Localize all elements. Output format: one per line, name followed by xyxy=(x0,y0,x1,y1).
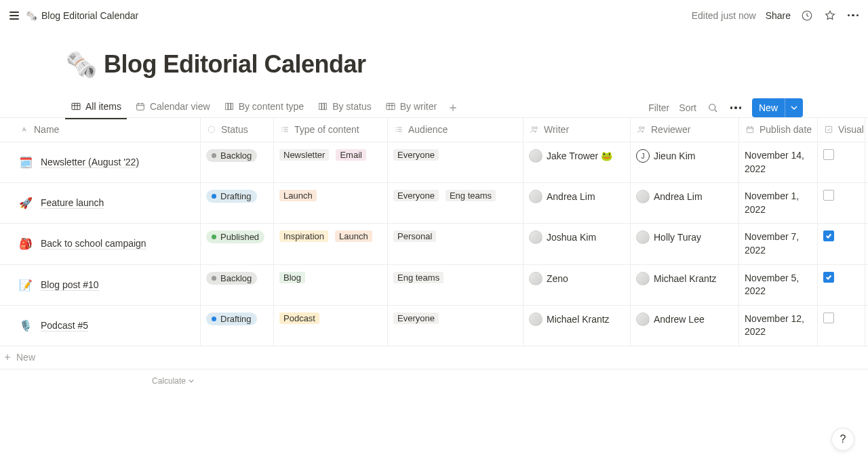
cell-audience[interactable]: EveryoneEng teams xyxy=(388,183,524,223)
col-publish[interactable]: Publish date xyxy=(739,118,818,141)
views-bar: All itemsCalendar viewBy content typeBy … xyxy=(0,79,868,117)
cell-type[interactable]: InspirationLaunch xyxy=(274,224,388,264)
cell-writer[interactable]: Michael Krantz xyxy=(524,306,631,346)
sort-button[interactable]: Sort xyxy=(679,102,696,113)
page-emoji[interactable]: 🗞️ xyxy=(65,49,97,79)
col-status[interactable]: Status xyxy=(201,118,274,141)
row-emoji: 🎒 xyxy=(19,237,33,250)
tag: Everyone xyxy=(393,313,439,324)
cell-reviewer[interactable]: Andrew Lee xyxy=(631,306,739,346)
cell-name[interactable]: 🚀Feature launch xyxy=(0,183,201,223)
cell-type[interactable]: Podcast xyxy=(274,306,388,346)
cell-status[interactable]: Backlog xyxy=(201,142,274,182)
view-more-icon[interactable] xyxy=(729,101,743,115)
cell-audience[interactable]: Everyone xyxy=(388,142,524,182)
col-visual[interactable]: Visual xyxy=(818,118,865,141)
svg-rect-4 xyxy=(228,103,230,109)
page-header: 🗞️ Blog Editorial Calendar xyxy=(0,31,868,79)
breadcrumb[interactable]: 🗞️ Blog Editorial Calendar xyxy=(26,10,138,21)
cell-writer[interactable]: Andrea Lim xyxy=(524,183,631,223)
tag: Email xyxy=(336,149,366,161)
col-reviewer[interactable]: Reviewer xyxy=(631,118,739,141)
favorite-icon[interactable] xyxy=(823,9,837,22)
cell-type[interactable]: NewsletterEmail xyxy=(274,142,388,182)
tag: Inspiration xyxy=(279,230,328,242)
multiselect-icon xyxy=(393,124,404,135)
cell-name[interactable]: 🎙️Podcast #5 xyxy=(0,306,201,346)
calculate-button[interactable]: Calculate xyxy=(0,369,201,392)
multiselect-icon xyxy=(279,124,290,135)
cell-writer[interactable]: Joshua Kim xyxy=(524,224,631,264)
cell-audience[interactable]: Everyone xyxy=(388,306,524,346)
row-title: Podcast #5 xyxy=(41,320,88,331)
updates-icon[interactable] xyxy=(800,9,814,22)
row-emoji: 🗓️ xyxy=(19,156,33,169)
svg-rect-17 xyxy=(825,126,831,132)
person: Joshua Kim xyxy=(529,230,596,244)
table-row[interactable]: 🎒Back to school campaignPublishedInspira… xyxy=(0,224,868,264)
view-tab-by-writer[interactable]: By writer xyxy=(380,97,442,119)
cell-reviewer[interactable]: Michael Krantz xyxy=(631,265,739,305)
search-icon[interactable] xyxy=(706,101,719,115)
person-icon xyxy=(529,124,540,135)
cell-visual[interactable] xyxy=(818,224,865,264)
checkbox[interactable] xyxy=(823,230,834,241)
new-row-button[interactable]: New xyxy=(0,346,868,369)
table-row[interactable]: 🎙️Podcast #5DraftingPodcastEveryoneMicha… xyxy=(0,306,868,346)
sidebar-toggle[interactable] xyxy=(8,9,20,22)
cell-publish[interactable]: November 5, 2022 xyxy=(739,265,818,305)
cell-name[interactable]: 📝Blog post #10 xyxy=(0,265,201,305)
table-row[interactable]: 🗓️Newsletter (August '22)BacklogNewslett… xyxy=(0,142,868,183)
checkbox[interactable] xyxy=(823,149,834,160)
page-title[interactable]: Blog Editorial Calendar xyxy=(104,50,366,79)
table-row[interactable]: 📝Blog post #10BacklogBlogEng teamsZenoMi… xyxy=(0,265,868,306)
cell-visual[interactable] xyxy=(818,265,865,305)
cell-status[interactable]: Drafting xyxy=(201,306,274,346)
view-tab-all-items[interactable]: All items xyxy=(65,97,127,119)
table-row[interactable]: 🚀Feature launchDraftingLaunchEveryoneEng… xyxy=(0,183,868,224)
cell-publish[interactable]: November 7, 2022 xyxy=(739,224,818,264)
more-icon[interactable] xyxy=(846,9,860,22)
tag: Eng teams xyxy=(393,272,443,283)
cell-visual[interactable] xyxy=(818,183,865,223)
col-writer[interactable]: Writer xyxy=(524,118,631,141)
cell-status[interactable]: Published xyxy=(201,224,274,264)
col-type[interactable]: Type of content xyxy=(274,118,388,141)
cell-publish[interactable]: November 14, 2022 xyxy=(739,142,818,182)
cell-status[interactable]: Backlog xyxy=(201,265,274,305)
cell-reviewer[interactable]: Andrea Lim xyxy=(631,183,739,223)
checkbox[interactable] xyxy=(823,190,834,201)
new-button[interactable]: New xyxy=(752,98,803,117)
view-tab-by-status[interactable]: By status xyxy=(312,97,377,119)
svg-rect-9 xyxy=(387,103,395,109)
cell-audience[interactable]: Eng teams xyxy=(388,265,524,305)
checkbox[interactable] xyxy=(823,313,834,323)
cell-name[interactable]: 🎒Back to school campaign xyxy=(0,224,201,264)
view-tab-by-content-type[interactable]: By content type xyxy=(218,97,310,119)
cell-publish[interactable]: November 12, 2022 xyxy=(739,306,818,346)
cell-reviewer[interactable]: Holly Turay xyxy=(631,224,739,264)
share-button[interactable]: Share xyxy=(766,10,791,21)
row-title: Back to school campaign xyxy=(41,238,146,249)
cell-reviewer[interactable]: JJieun Kim xyxy=(631,142,739,182)
tag: Blog xyxy=(279,272,305,283)
cell-visual[interactable] xyxy=(818,306,865,346)
tag: Everyone xyxy=(393,190,439,201)
cell-type[interactable]: Blog xyxy=(274,265,388,305)
cell-publish[interactable]: November 1, 2022 xyxy=(739,183,818,223)
cell-writer[interactable]: Jake Trower 🐸 xyxy=(524,142,631,182)
col-audience[interactable]: Audience xyxy=(388,118,524,141)
checkbox[interactable] xyxy=(823,272,834,283)
cell-status[interactable]: Drafting xyxy=(201,183,274,223)
cell-visual[interactable] xyxy=(818,142,865,182)
filter-button[interactable]: Filter xyxy=(648,102,669,113)
add-view-button[interactable] xyxy=(445,100,461,116)
col-name[interactable]: Name xyxy=(0,118,201,141)
cell-audience[interactable]: Personal xyxy=(388,224,524,264)
new-button-dropdown[interactable] xyxy=(785,98,803,117)
cell-name[interactable]: 🗓️Newsletter (August '22) xyxy=(0,142,201,182)
cell-type[interactable]: Launch xyxy=(274,183,388,223)
cell-writer[interactable]: Zeno xyxy=(524,265,631,305)
view-tab-calendar-view[interactable]: Calendar view xyxy=(130,97,216,119)
help-button[interactable]: ? xyxy=(831,428,854,451)
